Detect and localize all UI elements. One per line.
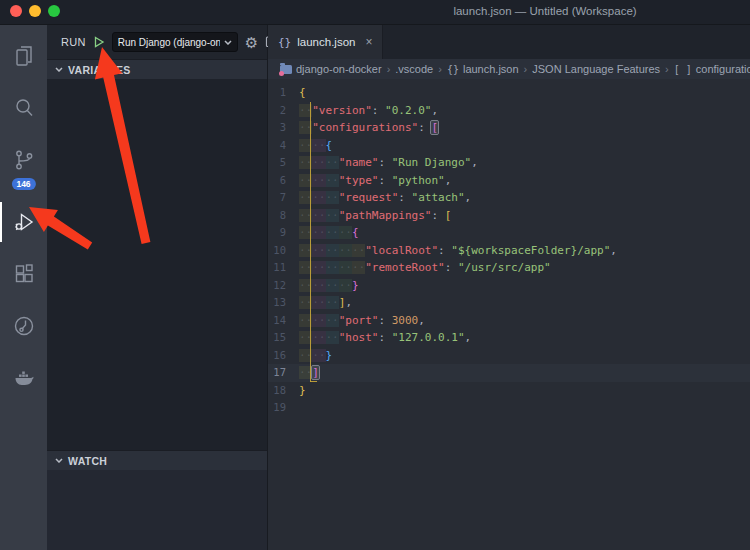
minimize-window-button[interactable] [29,5,41,17]
line-number[interactable]: 6 [268,172,294,190]
tab-launch-json[interactable]: {} launch.json × [268,25,383,59]
code-line[interactable]: 10··········"localRoot": "${workspaceFol… [268,242,750,260]
bracket-pair-guide-hook [310,381,317,382]
line-number[interactable]: 10 [268,242,294,260]
close-window-button[interactable] [10,5,22,17]
code-line[interactable]: 19 [268,399,750,417]
indent-guide: ·· [326,244,339,257]
code-line[interactable]: 9········{ [268,224,750,242]
gear-icon[interactable]: ⚙ [245,35,258,50]
code-line[interactable]: 1{ [268,84,750,102]
code-token: , [610,244,617,257]
line-number[interactable]: 4 [268,137,294,155]
chevron-down-icon [224,40,232,45]
code-line[interactable]: 8······"pathMappings": [ [268,207,750,225]
code-line[interactable]: 4····{ [268,137,750,155]
indent-guide: ·· [312,279,325,292]
line-number[interactable]: 12 [268,277,294,295]
watch-section-label: WATCH [68,455,107,467]
breadcrumb-item-launch-json[interactable]: {}launch.json [447,63,519,75]
code-token: "name" [339,156,379,169]
code-token: { [352,226,359,239]
line-number[interactable]: 11 [268,259,294,277]
indent-guide: ·· [312,139,325,152]
code-token: "remoteRoot" [365,261,444,274]
window-controls [10,5,60,17]
code-line[interactable]: 3··"configurations": [ [268,119,750,137]
run-config-dropdown[interactable]: Run Django (django-on-docker) [112,32,238,52]
breadcrumb-item-configurations[interactable]: [ ]configurations [674,63,750,75]
line-number[interactable]: 1 [268,84,294,102]
code-line[interactable]: 17··] [268,364,750,382]
code-line[interactable]: 15······"host": "127.0.0.1", [268,329,750,347]
code-line-content: ······"name": "Run Django", [294,154,478,172]
code-token: { [299,86,306,99]
code-line[interactable]: 6······"type": "python", [268,172,750,190]
scm-badge: 146 [11,178,35,191]
source-control-icon[interactable]: 146 [0,137,47,183]
line-number[interactable]: 19 [268,399,294,417]
code-line-content: ······"pathMappings": [ [294,207,451,225]
code-token: "version" [312,104,372,117]
breadcrumb-item--vscode[interactable]: .vscode [395,63,433,75]
code-line[interactable]: 12········} [268,277,750,295]
search-icon[interactable] [0,85,47,131]
code-line[interactable]: 2··"version": "0.2.0", [268,102,750,120]
code-token: , [465,331,472,344]
code-line[interactable]: 7······"request": "attach", [268,189,750,207]
line-number[interactable]: 17 [268,364,294,382]
indent-guide: ·· [326,296,339,309]
code-token: : [372,104,385,117]
code-editor[interactable]: 1{2··"version": "0.2.0",3··"configuratio… [268,79,750,550]
code-line-content: ······], [294,294,352,312]
code-line[interactable]: 5······"name": "Run Django", [268,154,750,172]
code-token: "configurations" [312,121,418,134]
variables-section-header[interactable]: VARIABLES [47,59,267,79]
code-line[interactable]: 13······], [268,294,750,312]
breadcrumb-item-json-language-features[interactable]: JSON Language Features [532,63,660,75]
code-token: { [326,139,333,152]
code-line-content: ······"type": "python", [294,172,451,190]
indent-guide: ·· [312,226,325,239]
code-token: "port" [339,314,379,327]
line-number[interactable]: 13 [268,294,294,312]
code-token: "Run Django" [392,156,471,169]
line-number[interactable]: 8 [268,207,294,225]
line-number[interactable]: 9 [268,224,294,242]
run-and-debug-icon[interactable] [0,199,47,245]
line-number[interactable]: 2 [268,102,294,120]
indent-guide: ·· [326,191,339,204]
code-line[interactable]: 18} [268,382,750,400]
line-number[interactable]: 7 [268,189,294,207]
code-token: "type" [339,174,379,187]
start-debug-button[interactable] [93,36,105,48]
indent-guide: ·· [339,261,352,274]
code-line[interactable]: 16····} [268,347,750,365]
line-number[interactable]: 14 [268,312,294,330]
activity-bar: 146 [0,25,47,550]
close-tab-icon[interactable]: × [365,35,372,49]
watch-section-header[interactable]: WATCH [47,450,267,470]
extensions-icon[interactable] [0,251,47,297]
explorer-icon[interactable] [0,33,47,79]
line-number[interactable]: 15 [268,329,294,347]
code-line-content: } [294,382,306,400]
indent-guide: ·· [312,314,325,327]
code-token: } [299,384,306,397]
zoom-window-button[interactable] [48,5,60,17]
breadcrumb-item-django-on-docker[interactable]: django-on-docker [280,63,382,75]
line-number[interactable]: 18 [268,382,294,400]
tab-label: launch.json [297,36,355,48]
indent-guide: ·· [326,209,339,222]
indent-guide: ·· [326,331,339,344]
line-number[interactable]: 3 [268,119,294,137]
code-line[interactable]: 14······"port": 3000, [268,312,750,330]
indent-guide: ·· [326,156,339,169]
docker-icon[interactable] [0,355,47,401]
line-number[interactable]: 5 [268,154,294,172]
code-token: "python" [392,174,445,187]
indent-guide: ·· [352,244,365,257]
code-line[interactable]: 11··········"remoteRoot": "/usr/src/app" [268,259,750,277]
remote-tool-icon[interactable] [0,303,47,349]
line-number[interactable]: 16 [268,347,294,365]
